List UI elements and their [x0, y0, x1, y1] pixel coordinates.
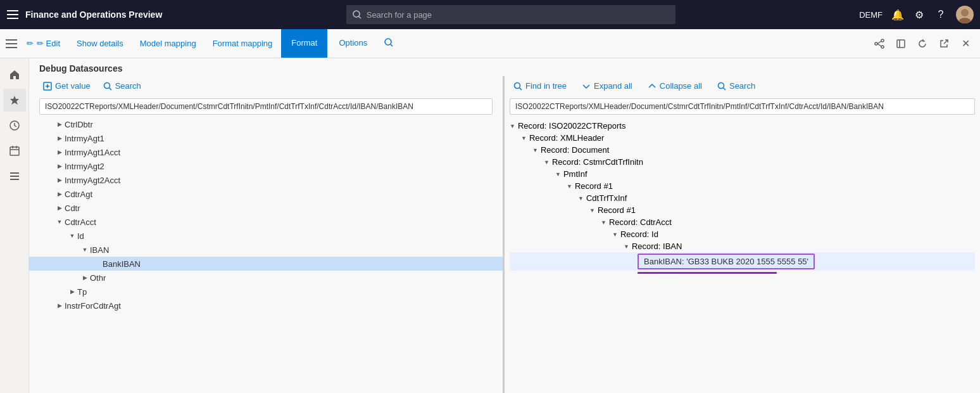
tree-item-cdtragt[interactable]: CdtrAgt: [29, 187, 503, 201]
global-search-bar[interactable]: Search for a page: [346, 5, 675, 24]
help-icon[interactable]: ?: [934, 8, 947, 21]
right-tree-item-cstmr[interactable]: ▼ Record: CstmrCdtTrfInitn: [510, 156, 975, 168]
tree-item-cdtracct[interactable]: CdtrAcct: [29, 215, 503, 229]
svg-point-5: [961, 9, 969, 16]
tree-toggle-cdtr: [54, 203, 65, 213]
model-mapping-button[interactable]: Model mapping: [132, 34, 204, 54]
svg-rect-17: [897, 40, 905, 48]
tree-toggle-othr: [80, 273, 90, 283]
right-panel: Find in tree Expand all Collapse all Sea…: [505, 76, 980, 393]
tree-toggle-cdtracct: [54, 217, 65, 227]
svg-line-4: [359, 16, 361, 18]
page-heading: Debug Datasources: [29, 58, 980, 76]
right-tree-item-doc[interactable]: ▼ Record: Document: [510, 144, 975, 156]
edit-button[interactable]: ✏ ✏ Edit: [19, 34, 68, 54]
right-search-icon: [717, 82, 726, 91]
right-tree-item-xml[interactable]: ▼ Record: XMLHeader: [510, 132, 975, 144]
right-tree-item-cdtracct[interactable]: ▼ Record: CdtrAcct: [510, 216, 975, 228]
right-tree-toggle-doc: ▼: [532, 147, 538, 153]
tree-item-ctrldbtr[interactable]: CtrlDbtr: [29, 117, 503, 131]
tree-item-intrmyagt1acct[interactable]: IntrmyAgt1Acct: [29, 145, 503, 159]
svg-rect-28: [10, 179, 19, 180]
left-search-button[interactable]: Search: [99, 79, 145, 93]
expand-all-button[interactable]: Expand all: [578, 79, 636, 93]
right-tree-item-bankiban-val[interactable]: BankIBAN: 'GB33 BUKB 2020 1555 5555 55': [510, 252, 975, 271]
tree-item-instrforcdtragt[interactable]: InstrForCdtrAgt: [29, 299, 503, 312]
format-tab[interactable]: Format: [281, 29, 327, 58]
tree-toggle-ctrldbtr: [54, 119, 65, 129]
tree-item-intrmyagt1[interactable]: IntrmyAgt1: [29, 131, 503, 145]
popout-icon-btn[interactable]: [934, 34, 953, 53]
get-value-button[interactable]: Get value: [39, 79, 94, 93]
get-value-icon: [43, 82, 52, 91]
show-details-button[interactable]: Show details: [69, 34, 131, 54]
model-mapping-label: Model mapping: [140, 39, 196, 48]
sidebar-star-icon[interactable]: [3, 89, 26, 112]
tree-item-iban[interactable]: IBAN: [29, 243, 503, 257]
right-tree-item-rec1[interactable]: ▼ Record #1: [510, 180, 975, 192]
right-tree-item-iso[interactable]: ▼ Record: ISO20022CTReports: [510, 120, 975, 132]
search-small-icon[interactable]: [384, 37, 394, 48]
right-path-bar: ISO20022CTReports/XMLHeader/Document/Cst…: [510, 98, 975, 115]
tree-toggle-instrforcdtragt: [54, 300, 65, 311]
format-mapping-button[interactable]: Format mapping: [205, 34, 280, 54]
nav-hamburger-icon[interactable]: [5, 37, 18, 50]
connections-icon-btn[interactable]: [870, 34, 889, 53]
format-mapping-label: Format mapping: [213, 39, 273, 48]
refresh-icon-btn[interactable]: [913, 34, 932, 53]
settings-icon[interactable]: ⚙: [913, 8, 926, 21]
tree-toggle-tp: [67, 287, 77, 297]
avatar[interactable]: [956, 6, 974, 23]
svg-point-13: [881, 39, 884, 42]
collapse-all-button[interactable]: Collapse all: [644, 79, 706, 93]
right-tree-item-iban-node[interactable]: ▼ Record: IBAN: [510, 240, 975, 252]
svg-rect-8: [6, 43, 17, 44]
app-title: Finance and Operations Preview: [25, 10, 162, 20]
format-tab-label: Format: [291, 38, 317, 48]
find-in-tree-button[interactable]: Find in tree: [510, 79, 570, 93]
right-tree-item-pmtinf[interactable]: ▼ PmtInf: [510, 168, 975, 180]
tree-item-othr[interactable]: Othr: [29, 271, 503, 285]
hamburger-menu-icon[interactable]: [6, 8, 19, 21]
right-toolbar: Find in tree Expand all Collapse all Sea…: [505, 76, 980, 96]
sidebar-home-icon[interactable]: [3, 63, 26, 86]
tree-toggle-intrmyagt2: [54, 161, 65, 171]
tree-toggle-bankiban: [92, 259, 103, 269]
svg-line-15: [877, 41, 881, 44]
highlight-underline: [510, 272, 975, 274]
expand-view-icon-btn[interactable]: [891, 34, 910, 53]
sidebar-list-icon[interactable]: [3, 165, 26, 188]
right-tree-item-cdttrf[interactable]: ▼ CdtTrfTxInf: [510, 192, 975, 204]
options-tab[interactable]: Options: [329, 29, 377, 58]
svg-line-19: [944, 40, 948, 44]
global-search-placeholder: Search for a page: [367, 10, 432, 20]
tree-item-intrmyagt2[interactable]: IntrmyAgt2: [29, 159, 503, 173]
tree-item-bankiban[interactable]: BankIBAN: [29, 257, 503, 271]
options-tab-label: Options: [339, 38, 367, 48]
tree-toggle-intrmyagt1acct: [54, 147, 65, 157]
tree-item-cdtr[interactable]: Cdtr: [29, 201, 503, 215]
svg-point-6: [958, 18, 971, 23]
main-area: Debug Datasources Get value Search I: [0, 58, 980, 393]
svg-line-16: [877, 44, 881, 46]
sidebar-recent-icon[interactable]: [3, 114, 26, 137]
edit-icon: ✏: [27, 39, 34, 48]
close-icon-btn[interactable]: ✕: [956, 34, 975, 53]
right-search-button[interactable]: Search: [713, 79, 759, 93]
sidebar-calendar-icon[interactable]: [3, 139, 26, 162]
notifications-icon[interactable]: 🔔: [891, 8, 904, 21]
tree-item-tp[interactable]: Tp: [29, 285, 503, 299]
right-tree-toggle-iban-node: ▼: [624, 243, 629, 250]
svg-marker-20: [10, 96, 19, 105]
svg-point-36: [718, 82, 724, 88]
left-toolbar: Get value Search: [29, 76, 503, 96]
show-details-label: Show details: [77, 39, 123, 48]
tree-item-id[interactable]: Id: [29, 229, 503, 243]
right-tree-item-rec2[interactable]: ▼ Record #1: [510, 204, 975, 216]
svg-rect-9: [6, 47, 17, 48]
find-in-tree-icon: [513, 82, 522, 91]
svg-rect-1: [7, 14, 18, 15]
tree-item-intrmyagt2acct[interactable]: IntrmyAgt2Acct: [29, 173, 503, 187]
right-tree-item-id[interactable]: ▼ Record: Id: [510, 228, 975, 240]
svg-line-35: [520, 87, 522, 90]
